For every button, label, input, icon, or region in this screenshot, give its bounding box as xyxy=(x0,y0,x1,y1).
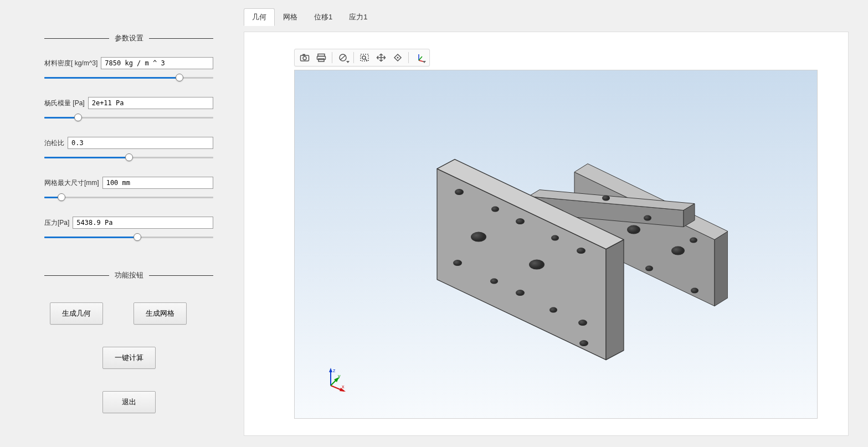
zoom-box-icon[interactable] xyxy=(357,51,372,64)
param-slider[interactable] xyxy=(44,232,213,243)
tab-1[interactable]: 网格 xyxy=(275,8,306,26)
button-grid: 生成几何 生成网格 一键计算 退出 xyxy=(44,291,213,413)
svg-line-7 xyxy=(341,55,346,60)
svg-marker-19 xyxy=(715,232,728,306)
svg-point-45 xyxy=(671,246,685,255)
svg-point-41 xyxy=(602,196,610,201)
tab-3[interactable]: 应力1 xyxy=(341,8,376,26)
model-render xyxy=(384,130,728,368)
axis-y-label: y xyxy=(338,373,341,379)
svg-point-47 xyxy=(691,288,698,294)
svg-point-43 xyxy=(690,238,697,243)
svg-marker-49 xyxy=(329,368,332,372)
svg-rect-5 xyxy=(319,59,324,61)
tab-2[interactable]: 位移1 xyxy=(306,8,341,26)
svg-point-14 xyxy=(397,57,399,59)
tabs: 几何网格位移1应力1 xyxy=(244,8,849,26)
param-slider[interactable] xyxy=(44,112,213,123)
param-input[interactable] xyxy=(101,57,213,69)
param-label: 杨氏模量 [Pa] xyxy=(44,99,88,108)
svg-point-27 xyxy=(455,189,464,195)
tab-0[interactable]: 几何 xyxy=(244,8,275,26)
param-input[interactable] xyxy=(102,177,213,189)
svg-point-39 xyxy=(579,340,588,346)
axis-z-label: z xyxy=(333,368,336,373)
svg-point-30 xyxy=(453,260,462,266)
svg-point-9 xyxy=(362,56,366,59)
param-slider[interactable] xyxy=(44,72,213,83)
section-title-func: 功能按钮 xyxy=(109,270,149,280)
axis-gizmo-icon: z y x xyxy=(320,367,346,393)
viewer-toolbar xyxy=(294,49,430,66)
section-title-params: 参数设置 xyxy=(109,33,149,43)
rotate-icon[interactable] xyxy=(390,51,405,64)
svg-point-32 xyxy=(578,320,587,326)
svg-point-31 xyxy=(516,290,525,296)
section-header-func: 功能按钮 xyxy=(44,270,213,280)
svg-point-28 xyxy=(516,218,525,224)
print-icon[interactable] xyxy=(314,51,329,64)
param-label: 网格最大尺寸[mm] xyxy=(44,178,102,188)
param-label: 泊松比 xyxy=(44,138,68,148)
svg-point-38 xyxy=(549,307,557,313)
param-label: 压力[Pa] xyxy=(44,218,73,228)
svg-point-46 xyxy=(645,266,653,271)
generate-mesh-button[interactable]: 生成网格 xyxy=(133,302,187,325)
pan-icon[interactable] xyxy=(373,51,389,64)
axis-x-label: x xyxy=(342,384,345,389)
svg-point-42 xyxy=(644,215,651,221)
sidebar: 参数设置 材料密度[ kg/m^3] 杨氏模量 [Pa] 泊松比 xyxy=(0,0,241,447)
param-input[interactable] xyxy=(68,137,213,149)
generate-geometry-button[interactable]: 生成几何 xyxy=(50,302,103,325)
svg-point-34 xyxy=(529,260,545,270)
svg-point-36 xyxy=(551,235,559,241)
svg-rect-8 xyxy=(361,54,368,61)
svg-point-33 xyxy=(471,232,486,242)
viewer-panel: z y x xyxy=(244,32,849,436)
main-area: 几何网格位移1应力1 xyxy=(241,0,868,447)
param-label: 材料密度[ kg/m^3] xyxy=(44,59,101,68)
param-input[interactable] xyxy=(73,217,213,229)
svg-line-17 xyxy=(419,56,422,60)
params-container: 材料密度[ kg/m^3] 杨氏模量 [Pa] 泊松比 网格最大尺寸[mm] xyxy=(44,57,213,243)
svg-rect-2 xyxy=(302,54,305,56)
section-header-params: 参数设置 xyxy=(44,33,213,43)
axes-icon[interactable] xyxy=(412,51,427,64)
svg-point-1 xyxy=(303,56,306,60)
param-input[interactable] xyxy=(88,97,213,109)
exit-button[interactable]: 退出 xyxy=(102,391,156,413)
svg-point-29 xyxy=(577,248,585,254)
block-icon[interactable] xyxy=(335,51,351,64)
param-slider[interactable] xyxy=(44,192,213,203)
solve-button[interactable]: 一键计算 xyxy=(102,347,156,369)
svg-point-37 xyxy=(490,279,498,284)
camera-icon[interactable] xyxy=(297,51,312,64)
svg-point-35 xyxy=(491,207,499,212)
svg-marker-25 xyxy=(606,240,624,360)
param-slider[interactable] xyxy=(44,152,213,163)
svg-point-44 xyxy=(627,225,640,234)
viewport-3d[interactable]: z y x xyxy=(294,70,818,419)
